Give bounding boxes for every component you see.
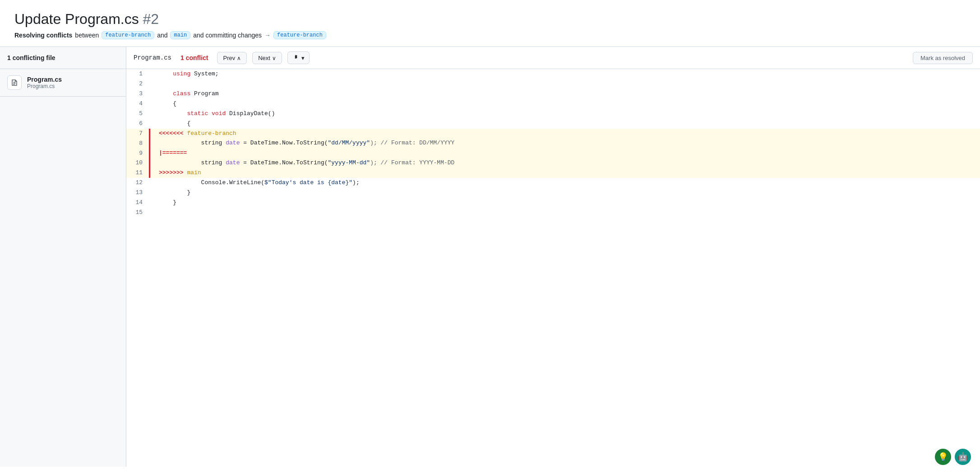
conflict-bar-cell [148,158,152,168]
conflict-bar-cell [148,109,152,119]
conflict-bar-cell [148,198,152,208]
file-info: Program.cs Program.cs [27,76,62,89]
line-content: } [152,198,980,208]
table-row: 1 using System; [126,69,980,79]
conflict-bar-cell [148,79,152,89]
table-row: 4 { [126,99,980,109]
conflict-bar-cell [148,208,152,218]
conflict-badge: 1 conflict [180,54,208,61]
sidebar-header: 1 conflicting file [0,47,126,69]
page-title: Update Program.cs #2 [14,11,966,28]
settings-button[interactable]: ▾ [287,51,310,64]
file-path: Program.cs [27,83,62,89]
line-number: 10 [126,158,148,168]
line-content: Console.WriteLine($"Today's date is {dat… [152,178,980,188]
line-content: } [152,188,980,198]
line-number: 1 [126,69,148,79]
line-content: using System; [152,69,980,79]
line-content: class Program [152,89,980,99]
table-row: 10 string date = DateTime.Now.ToString("… [126,158,980,168]
line-number: 4 [126,99,148,109]
file-name: Program.cs [27,76,62,83]
sidebar: 1 conflicting file Program.cs Program.cs [0,47,126,467]
line-number: 2 [126,79,148,89]
line-content: static void DisplayDate() [152,109,980,119]
file-icon [7,75,22,90]
line-number: 15 [126,208,148,218]
line-number: 5 [126,109,148,119]
conflict-bar-cell [148,119,152,129]
bottom-right-badges: 💡 🤖 [935,449,971,465]
conflict-bar-cell [148,69,152,79]
toolbar-filename: Program.cs [134,54,171,61]
line-number: 7 [126,129,148,139]
line-content: >>>>>>> main [152,168,980,178]
branch-target-badge: feature-branch [273,31,326,39]
table-row: 8 string date = DateTime.Now.ToString("d… [126,139,980,149]
conflict-bar-cell [148,149,152,158]
conflict-bar-cell [148,89,152,99]
line-content: { [152,119,980,129]
next-button[interactable]: Next [252,52,282,64]
table-row: 13 } [126,188,980,198]
prev-button[interactable]: Prev [217,52,247,64]
line-number: 11 [126,168,148,178]
line-content: string date = DateTime.Now.ToString("dd/… [152,139,980,149]
editor-toolbar: Program.cs 1 conflict Prev Next ▾ Mark a… [126,47,980,69]
table-row: 11>>>>>>> main [126,168,980,178]
branch-base-badge: main [170,31,190,39]
conflict-bar-cell [148,139,152,149]
code-table: 1 using System;23 class Program4 {5 stat… [126,69,980,218]
editor-panel: Program.cs 1 conflict Prev Next ▾ Mark a… [126,47,980,467]
chevron-down-icon [272,55,276,61]
line-number: 13 [126,188,148,198]
branch-from-badge: feature-branch [102,31,154,39]
table-row: 14 } [126,198,980,208]
conflict-bar-cell [148,129,152,139]
line-content: { [152,99,980,109]
page-subtitle: Resolving conflicts between feature-bran… [14,31,966,39]
line-number: 8 [126,139,148,149]
chevron-up-icon [237,55,241,61]
line-content: <<<<<<< feature-branch [152,129,980,139]
conflict-bar-cell [148,168,152,178]
table-row: 9|======= [126,149,980,158]
sidebar-file-item[interactable]: Program.cs Program.cs [0,69,126,97]
code-editor[interactable]: 1 using System;23 class Program4 {5 stat… [126,69,980,467]
gear-icon [292,54,300,61]
mark-as-resolved-button[interactable]: Mark as resolved [913,52,973,64]
line-content [152,79,980,89]
line-content: string date = DateTime.Now.ToString("yyy… [152,158,980,168]
table-row: 6 { [126,119,980,129]
table-row: 5 static void DisplayDate() [126,109,980,119]
table-row: 12 Console.WriteLine($"Today's date is {… [126,178,980,188]
line-content: |======= [152,149,980,158]
conflict-bar-cell [148,188,152,198]
line-number: 12 [126,178,148,188]
copilot-badge[interactable]: 💡 [935,449,951,465]
page-header: Update Program.cs #2 Resolving conflicts… [0,0,980,47]
table-row: 7<<<<<<< feature-branch [126,129,980,139]
table-row: 3 class Program [126,89,980,99]
conflict-bar-cell [148,178,152,188]
line-number: 6 [126,119,148,129]
line-number: 3 [126,89,148,99]
table-row: 15 [126,208,980,218]
line-content [152,208,980,218]
line-number: 9 [126,149,148,158]
table-row: 2 [126,79,980,89]
main-layout: 1 conflicting file Program.cs Program.cs… [0,47,980,467]
line-number: 14 [126,198,148,208]
conflict-bar-cell [148,99,152,109]
chat-badge[interactable]: 🤖 [955,449,971,465]
